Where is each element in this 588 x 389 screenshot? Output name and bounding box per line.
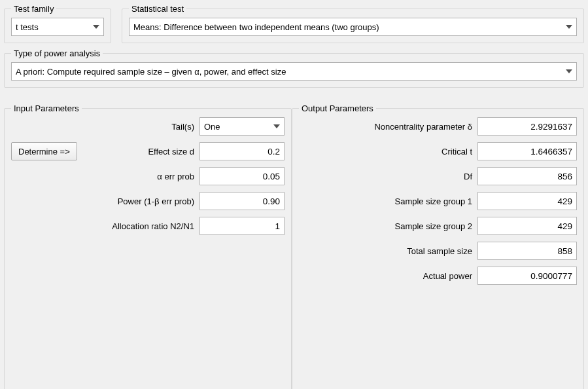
ncp-label: Noncentrality parameter δ — [299, 122, 477, 132]
n1-label: Sample size group 1 — [299, 196, 477, 206]
determine-button[interactable]: Determine => — [11, 142, 77, 160]
test-family-legend: Test family — [11, 4, 56, 14]
test-family-select[interactable]: t tests — [11, 18, 104, 36]
effect-size-label: Effect size d — [104, 147, 199, 157]
n2-value: 429 — [477, 217, 577, 235]
test-family-fieldset: Test family t tests — [4, 4, 111, 43]
critical-t-value: 1.6466357 — [477, 142, 577, 160]
power-label: Power (1-β err prob) — [104, 196, 199, 206]
allocation-input[interactable] — [199, 217, 285, 235]
n2-label: Sample size group 2 — [299, 221, 477, 231]
df-label: Df — [299, 172, 477, 181]
statistical-test-select[interactable]: Means: Difference between two independen… — [129, 18, 577, 36]
analysis-type-select[interactable]: A priori: Compute required sample size –… — [11, 62, 577, 81]
actual-power-label: Actual power — [299, 271, 477, 281]
input-parameters-legend: Input Parameters — [11, 103, 82, 113]
tails-label: Tail(s) — [104, 122, 199, 132]
input-parameters-fieldset: Input Parameters Tail(s) One Determine =… — [4, 103, 292, 389]
critical-t-label: Critical t — [299, 147, 477, 157]
tails-select[interactable]: One — [199, 117, 285, 136]
df-value: 856 — [477, 167, 577, 185]
n1-value: 429 — [477, 192, 577, 210]
power-input[interactable] — [199, 192, 285, 210]
effect-size-input[interactable] — [199, 142, 285, 160]
alpha-label: α err prob — [104, 172, 199, 181]
ncp-value: 2.9291637 — [477, 117, 577, 136]
actual-power-value: 0.9000777 — [477, 267, 577, 285]
analysis-type-legend: Type of power analysis — [11, 48, 103, 58]
statistical-test-legend: Statistical test — [129, 4, 186, 14]
total-label: Total sample size — [299, 246, 477, 256]
allocation-label: Allocation ratio N2/N1 — [104, 221, 199, 231]
output-parameters-fieldset: Output Parameters Noncentrality paramete… — [292, 103, 584, 389]
alpha-input[interactable] — [199, 167, 285, 185]
analysis-type-fieldset: Type of power analysis A priori: Compute… — [4, 48, 584, 88]
output-parameters-legend: Output Parameters — [299, 103, 376, 113]
total-value: 858 — [477, 242, 577, 260]
statistical-test-fieldset: Statistical test Means: Difference betwe… — [122, 4, 584, 43]
